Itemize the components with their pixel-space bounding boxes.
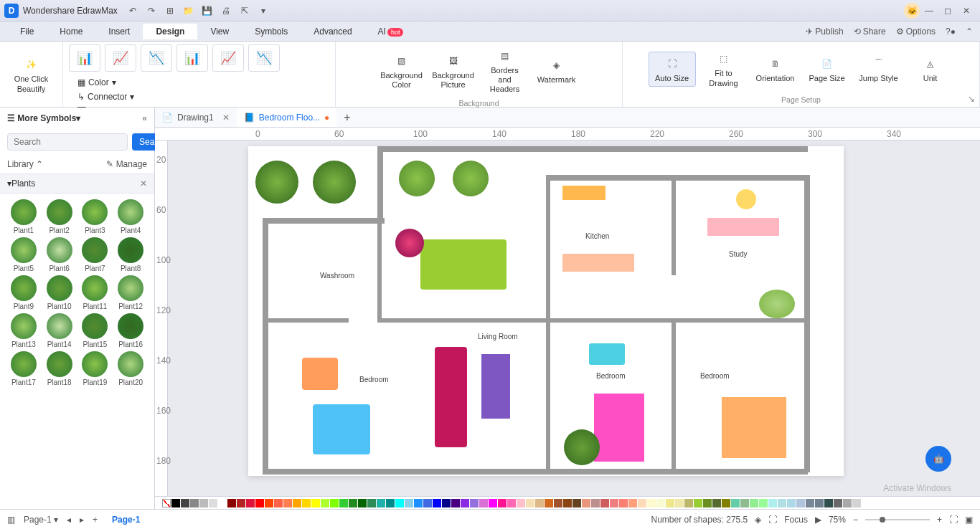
zoom-value[interactable]: 75% bbox=[829, 515, 846, 525]
color-swatch[interactable] bbox=[498, 499, 507, 507]
color-swatch[interactable] bbox=[824, 499, 833, 507]
color-swatch[interactable] bbox=[405, 499, 413, 507]
color-swatch[interactable] bbox=[255, 499, 264, 507]
color-swatch[interactable] bbox=[461, 499, 469, 507]
theme-swatch-3[interactable]: 📉 bbox=[141, 44, 172, 72]
color-swatch[interactable] bbox=[246, 499, 255, 507]
auto-size-button[interactable]: ⛶Auto Size bbox=[649, 52, 696, 87]
manage-link[interactable]: ✎ Manage bbox=[106, 159, 147, 169]
page-selector[interactable]: Page-1 ▾ bbox=[24, 515, 58, 525]
fit-page-icon[interactable]: ⛶ bbox=[949, 515, 958, 525]
chairs-cyan[interactable] bbox=[589, 343, 625, 365]
bed-pink[interactable] bbox=[594, 394, 644, 462]
color-swatch[interactable] bbox=[545, 499, 553, 507]
plant-symbol-20[interactable]: Plant20 bbox=[114, 351, 147, 386]
plant-symbol-11[interactable]: Plant11 bbox=[78, 275, 111, 310]
close-category-icon[interactable]: ✕ bbox=[140, 178, 147, 189]
color-swatch[interactable] bbox=[554, 499, 562, 507]
menu-advanced[interactable]: Advanced bbox=[301, 24, 364, 39]
color-swatch[interactable] bbox=[740, 499, 749, 507]
color-swatch[interactable] bbox=[489, 499, 497, 507]
theme-swatch-5[interactable]: 📈 bbox=[212, 44, 244, 72]
color-swatch[interactable] bbox=[619, 499, 628, 507]
color-swatch[interactable] bbox=[768, 499, 777, 507]
plant-symbol-9[interactable]: Plant9 bbox=[7, 275, 40, 310]
layers-icon[interactable]: ◈ bbox=[755, 515, 761, 525]
color-swatch[interactable] bbox=[386, 499, 395, 507]
plant-symbol-7[interactable]: Plant7 bbox=[78, 237, 111, 272]
plant-bedroom[interactable] bbox=[564, 429, 600, 465]
color-swatch[interactable] bbox=[218, 499, 227, 507]
color-swatch[interactable] bbox=[796, 499, 805, 507]
color-swatch[interactable] bbox=[339, 499, 348, 507]
presentation-icon[interactable]: ▶ bbox=[815, 515, 821, 525]
undo-icon[interactable]: ↶ bbox=[126, 4, 139, 17]
close-tab-icon[interactable]: ✕ bbox=[222, 113, 230, 123]
color-swatch[interactable] bbox=[414, 499, 423, 507]
maximize-icon[interactable]: ◻ bbox=[938, 1, 957, 20]
color-dropdown[interactable]: ▦ Color ▾ bbox=[75, 76, 137, 89]
add-page-icon[interactable]: + bbox=[93, 515, 98, 525]
plant-flower[interactable] bbox=[395, 229, 424, 257]
minimize-icon[interactable]: — bbox=[920, 1, 938, 20]
color-swatch[interactable] bbox=[852, 499, 861, 507]
publish-button[interactable]: ✈ Publish bbox=[806, 27, 843, 37]
share-button[interactable]: ⟲ Share bbox=[854, 27, 886, 37]
color-swatch[interactable] bbox=[274, 499, 283, 507]
plant-symbol-19[interactable]: Plant19 bbox=[78, 351, 111, 386]
bg-picture-button[interactable]: 🖼Background Picture bbox=[430, 49, 477, 92]
plant-symbol-8[interactable]: Plant8 bbox=[114, 237, 147, 272]
color-swatch[interactable] bbox=[750, 499, 758, 507]
color-swatch[interactable] bbox=[470, 499, 479, 507]
plant-hall[interactable] bbox=[759, 290, 795, 318]
color-swatch[interactable] bbox=[302, 499, 311, 507]
add-tab-button[interactable]: + bbox=[336, 111, 357, 124]
print-icon[interactable]: 🖨 bbox=[220, 4, 232, 17]
color-swatch[interactable] bbox=[666, 499, 674, 507]
color-swatch[interactable] bbox=[171, 499, 180, 507]
unit-button[interactable]: ◬Unit bbox=[907, 52, 954, 86]
help-icon[interactable]: ?● bbox=[946, 27, 956, 37]
plant-outdoor-1[interactable] bbox=[255, 161, 298, 204]
color-swatch[interactable] bbox=[675, 499, 684, 507]
category-header[interactable]: ▾ Plants ✕ bbox=[0, 173, 154, 194]
theme-swatch-2[interactable]: 📈 bbox=[105, 44, 136, 72]
color-swatch[interactable] bbox=[358, 499, 367, 507]
color-swatch[interactable] bbox=[834, 499, 842, 507]
color-swatch[interactable] bbox=[321, 499, 329, 507]
color-swatch[interactable] bbox=[843, 499, 852, 507]
color-swatch[interactable] bbox=[209, 499, 217, 507]
color-swatch[interactable] bbox=[433, 499, 441, 507]
plant-symbol-15[interactable]: Plant15 bbox=[78, 313, 111, 348]
plant-indoor-1[interactable] bbox=[399, 161, 435, 196]
fit-to-drawing-button[interactable]: ⬚Fit to Drawing bbox=[700, 47, 748, 90]
color-swatch[interactable] bbox=[703, 499, 712, 507]
plant-symbol-2[interactable]: Plant2 bbox=[43, 199, 76, 234]
plant-symbol-17[interactable]: Plant17 bbox=[7, 351, 40, 386]
color-swatch[interactable] bbox=[759, 499, 768, 507]
export-icon[interactable]: ⇱ bbox=[238, 4, 251, 17]
color-swatch[interactable] bbox=[600, 499, 609, 507]
sofa-orange[interactable] bbox=[302, 358, 338, 390]
color-swatch[interactable] bbox=[573, 499, 581, 507]
color-swatch[interactable] bbox=[815, 499, 824, 507]
color-swatch[interactable] bbox=[684, 499, 693, 507]
color-swatch[interactable] bbox=[265, 499, 273, 507]
study-desk[interactable] bbox=[707, 218, 779, 236]
watermark-button[interactable]: ◈Watermark bbox=[533, 54, 580, 87]
color-swatch[interactable] bbox=[628, 499, 637, 507]
color-swatch[interactable] bbox=[712, 499, 721, 507]
color-swatch[interactable] bbox=[582, 499, 590, 507]
color-swatch[interactable] bbox=[442, 499, 451, 507]
color-swatch[interactable] bbox=[610, 499, 618, 507]
plant-outdoor-2[interactable] bbox=[313, 161, 356, 204]
zoom-in-icon[interactable]: + bbox=[937, 515, 942, 525]
theme-swatch-6[interactable]: 📉 bbox=[248, 44, 280, 72]
dining-table[interactable] bbox=[420, 239, 507, 290]
no-color-icon[interactable] bbox=[162, 499, 171, 507]
zoom-slider[interactable] bbox=[865, 519, 930, 520]
plant-symbol-3[interactable]: Plant3 bbox=[78, 199, 111, 234]
theme-swatch-1[interactable]: 📊 bbox=[69, 44, 100, 72]
menu-insert[interactable]: Insert bbox=[95, 24, 143, 39]
color-swatch[interactable] bbox=[330, 499, 339, 507]
